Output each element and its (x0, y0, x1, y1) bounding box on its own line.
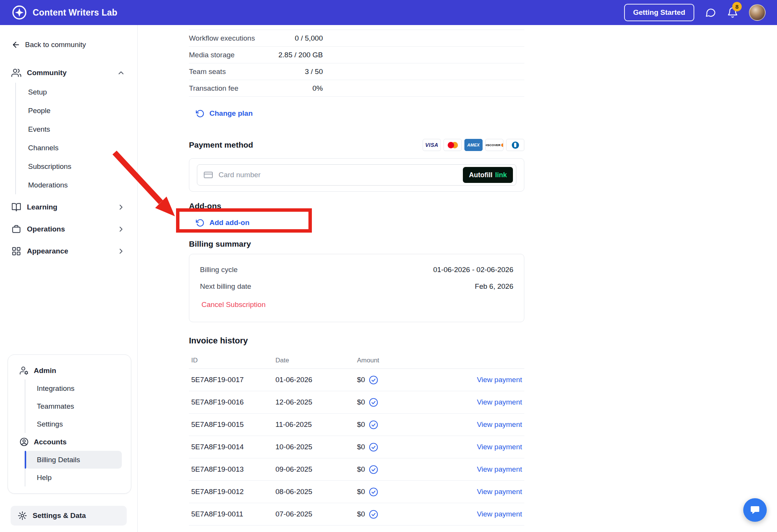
paid-check-icon (369, 420, 378, 430)
invoice-amount: $0 (357, 510, 422, 519)
invoice-row: 5E7A8F19-0014 10-06-2025 $0 View payment (189, 436, 524, 458)
usage-row: Team seats 3 / 50 (189, 63, 524, 80)
usage-row: Workflow executions 0 / 5,000 (189, 30, 524, 47)
grid-icon (11, 246, 21, 256)
user-avatar[interactable] (749, 4, 766, 21)
invoice-row: 5E7A8F19-0013 09-06-2025 $0 View payment (189, 458, 524, 481)
app-root: Content Writers Lab Getting Started 8 Ba… (0, 0, 777, 532)
notifications-button[interactable]: 8 (727, 7, 738, 18)
next-billing-date-row: Next billing date Feb 6, 2026 (200, 281, 513, 292)
invoice-date: 07-06-2025 (275, 510, 357, 518)
refresh-icon (196, 219, 204, 227)
paid-check-icon (369, 487, 378, 497)
briefcase-icon (11, 224, 21, 234)
admin-user-icon (19, 366, 29, 375)
invoice-row: 5E7A8F19-0012 08-06-2025 $0 View payment (189, 481, 524, 503)
gear-icon (17, 511, 27, 521)
invoice-row: 5E7A8F19-0011 07-06-2025 $0 View payment (189, 503, 524, 526)
invoice-id: 5E7A8F19-0013 (189, 465, 275, 474)
invoice-history-heading: Invoice history (189, 336, 524, 346)
app-logo-icon[interactable] (11, 5, 27, 20)
invoice-amount: $0 (357, 375, 422, 385)
cancel-subscription-link[interactable]: Cancel Subscription (201, 301, 266, 309)
sidebar-item-learning[interactable]: Learning (0, 198, 137, 216)
link-logo: link (495, 171, 507, 179)
invoice-table: ID Date Amount 5E7A8F19-0017 01-06-2026 … (189, 353, 524, 532)
view-payment-link[interactable]: View payment (477, 376, 524, 384)
sidebar-item-teammates[interactable]: Teammates (25, 397, 126, 415)
amex-badge-icon: AMEX (464, 139, 483, 151)
view-payment-link[interactable]: View payment (477, 443, 524, 451)
invoice-table-header: ID Date Amount (189, 353, 524, 369)
paid-check-icon (369, 398, 378, 407)
sidebar-item-accounts[interactable]: Accounts (13, 433, 126, 451)
billing-main: Workflow executions 0 / 5,000 Media stor… (189, 25, 524, 532)
invoice-id: 5E7A8F19-0012 (189, 488, 275, 496)
invoice-date: 01-06-2026 (275, 376, 357, 384)
sidebar-item-admin[interactable]: Admin (13, 362, 126, 379)
invoice-amount: $0 (357, 465, 422, 474)
discover-badge-icon: DISCOVER (485, 139, 503, 151)
sidebar-nav: Community Setup People Events Channels S… (0, 64, 137, 260)
sidebar-item-subscriptions[interactable]: Subscriptions (16, 157, 137, 176)
view-payment-link[interactable]: View payment (477, 510, 524, 518)
sidebar-item-events[interactable]: Events (16, 120, 137, 139)
view-payment-link[interactable]: View payment (477, 398, 524, 406)
community-people-icon (11, 68, 21, 78)
invoice-date: 11-06-2025 (275, 420, 357, 429)
card-number-field-wrap: Autofill link (197, 164, 516, 186)
admin-card: Admin Integrations Teammates Settings Ac… (8, 354, 131, 494)
sidebar-item-appearance[interactable]: Appearance (0, 242, 137, 260)
invoice-amount: $0 (357, 420, 422, 430)
messages-icon[interactable] (705, 7, 716, 18)
invoice-row: 5E7A8F19-0016 12-06-2025 $0 View payment (189, 391, 524, 414)
user-circle-icon (19, 437, 29, 447)
chevron-right-icon (117, 225, 125, 233)
getting-started-button[interactable]: Getting Started (624, 4, 694, 21)
chevron-right-icon (117, 247, 125, 255)
add-addon-button[interactable]: Add add-on (189, 215, 524, 230)
card-number-input[interactable] (218, 170, 463, 179)
usage-table: Workflow executions 0 / 5,000 Media stor… (189, 30, 524, 97)
invoice-amount: $0 (357, 442, 422, 452)
usage-value: 0 / 5,000 (189, 30, 323, 46)
sidebar-item-billing-details[interactable]: Billing Details (25, 451, 122, 469)
sidebar-item-operations[interactable]: Operations (0, 220, 137, 238)
community-sub-list: Setup People Events Channels Subscriptio… (15, 83, 137, 194)
sidebar-item-channels[interactable]: Channels (16, 139, 137, 157)
change-plan-button[interactable]: Change plan (189, 107, 524, 120)
invoice-id: 5E7A8F19-0015 (189, 420, 275, 429)
usage-row: Transaction fee 0% (189, 80, 524, 97)
chat-bubble-icon (749, 504, 761, 516)
admin-sub-list: Integrations Teammates Settings (25, 379, 126, 433)
invoice-date: 12-06-2025 (275, 398, 357, 406)
view-payment-link[interactable]: View payment (477, 420, 524, 429)
invoice-id: 5E7A8F19-0014 (189, 443, 275, 451)
autofill-link-button[interactable]: Autofill link (463, 167, 513, 183)
view-payment-link[interactable]: View payment (477, 488, 524, 496)
back-to-community-link[interactable]: Back to community (0, 25, 137, 49)
chat-launcher-button[interactable] (743, 498, 767, 522)
sidebar-item-setup[interactable]: Setup (16, 83, 137, 101)
settings-and-data-button[interactable]: Settings & Data (11, 506, 127, 526)
invoice-row: 5E7A8F19-0010 06-06-2025 $0 View payment (189, 526, 524, 532)
sidebar-item-people[interactable]: People (16, 101, 137, 120)
paid-check-icon (369, 375, 378, 385)
invoice-date: 08-06-2025 (275, 488, 357, 496)
usage-value: 0% (189, 80, 323, 96)
view-payment-link[interactable]: View payment (477, 465, 524, 474)
sidebar-item-help[interactable]: Help (25, 469, 126, 486)
sidebar: Back to community Community Setup People… (0, 25, 138, 532)
paid-check-icon (369, 442, 378, 452)
sidebar-item-community[interactable]: Community (0, 64, 137, 82)
sidebar-item-settings[interactable]: Settings (25, 415, 126, 433)
sidebar-item-moderations[interactable]: Moderations (16, 176, 137, 194)
invoice-row: 5E7A8F19-0017 01-06-2026 $0 View payment (189, 369, 524, 391)
accounts-sub-list: Billing Details Help (25, 451, 126, 486)
sidebar-item-integrations[interactable]: Integrations (25, 379, 126, 397)
usage-value: 2.85 / 200 GB (189, 47, 323, 63)
card-brand-badges: VISA AMEX DISCOVER (423, 139, 524, 151)
invoice-id: 5E7A8F19-0017 (189, 376, 275, 384)
invoice-amount: $0 (357, 398, 422, 407)
diners-badge-icon (506, 139, 524, 151)
